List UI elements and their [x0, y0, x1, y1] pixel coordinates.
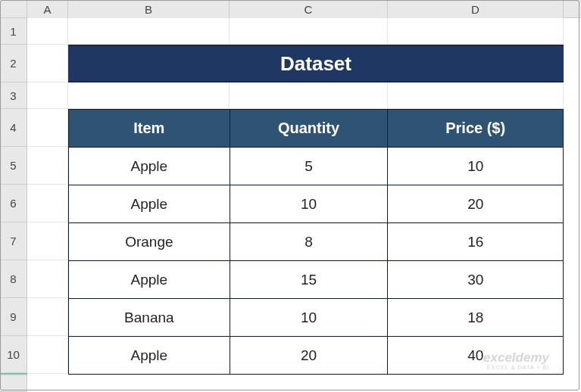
column-header-C[interactable]: C	[230, 0, 388, 18]
row-headers-column: 1 2 3 4 5 6 7 8 9 10	[0, 18, 27, 392]
cell-D3[interactable]	[388, 82, 564, 109]
table-row: Apple 5 10	[69, 148, 564, 185]
cell-quantity[interactable]: 10	[230, 299, 388, 337]
cell-A6[interactable]	[27, 185, 68, 222]
cell-price[interactable]: 20	[388, 185, 564, 223]
cell-A8[interactable]	[27, 260, 68, 298]
cell-A7[interactable]	[27, 222, 68, 260]
watermark-tagline: EXCEL & DATA + BI	[483, 365, 549, 371]
header-price[interactable]: Price ($)	[388, 110, 564, 148]
column-header-D[interactable]: D	[388, 0, 564, 18]
row-header-10[interactable]: 10	[0, 336, 27, 374]
cell-B3[interactable]	[68, 82, 230, 109]
cell-item[interactable]: Apple	[69, 337, 230, 375]
watermark-brand: exceldemy	[483, 351, 549, 365]
select-all-corner[interactable]	[0, 0, 27, 18]
cell-quantity[interactable]: 5	[230, 148, 388, 185]
row-header-2[interactable]: 2	[0, 45, 27, 82]
table-header-row: Item Quantity Price ($)	[69, 110, 564, 148]
table-row: Orange 8 16	[69, 223, 564, 261]
data-table: Item Quantity Price ($) Apple 5 10 Apple…	[68, 109, 564, 375]
spreadsheet: A B C D 1 2 3 4 5 6 7 8 9 10	[0, 0, 581, 392]
cell-item[interactable]: Orange	[69, 223, 230, 261]
row-header-3[interactable]: 3	[0, 82, 27, 109]
cell-A5[interactable]	[27, 147, 68, 185]
cell-D1[interactable]	[388, 18, 564, 45]
cell-A2[interactable]	[27, 45, 68, 82]
cell-quantity[interactable]: 8	[230, 223, 388, 261]
column-headers-row: A B C D	[0, 0, 581, 18]
header-item[interactable]: Item	[69, 110, 230, 148]
table-row: Banana 10 18	[69, 299, 564, 337]
cell-price[interactable]: 18	[388, 299, 564, 337]
row-header-8[interactable]: 8	[0, 260, 27, 298]
table-row: Apple 15 30	[69, 261, 564, 299]
cell-grid: Dataset Item Quantity Price ($) Apple 5 …	[27, 18, 581, 392]
row-header-9[interactable]: 9	[0, 298, 27, 336]
cell-A10[interactable]	[27, 336, 68, 374]
watermark: exceldemy EXCEL & DATA + BI	[483, 351, 549, 371]
cell-C1[interactable]	[230, 18, 388, 45]
cell-item[interactable]: Apple	[69, 185, 230, 223]
cell-quantity[interactable]: 15	[230, 261, 388, 299]
cell-C3[interactable]	[230, 82, 388, 109]
column-header-B[interactable]: B	[68, 0, 230, 18]
table-row: Apple 10 20	[69, 185, 564, 223]
row-header-7[interactable]: 7	[0, 222, 27, 260]
row-header-6[interactable]: 6	[0, 185, 27, 222]
cell-item[interactable]: Apple	[69, 148, 230, 185]
header-quantity[interactable]: Quantity	[230, 110, 388, 148]
cell-A9[interactable]	[27, 298, 68, 336]
cell-quantity[interactable]: 10	[230, 185, 388, 223]
row-header-11[interactable]	[0, 374, 27, 392]
cell-A1[interactable]	[27, 18, 68, 45]
column-header-A[interactable]: A	[27, 0, 68, 18]
row-header-4[interactable]: 4	[0, 109, 27, 147]
row-header-5[interactable]: 5	[0, 147, 27, 185]
cell-price[interactable]: 16	[388, 223, 564, 261]
cell-A3[interactable]	[27, 82, 68, 109]
cell-quantity[interactable]: 20	[230, 337, 388, 375]
cell-price[interactable]: 10	[388, 148, 564, 185]
row-header-1[interactable]: 1	[0, 18, 27, 45]
cell-item[interactable]: Banana	[69, 299, 230, 337]
cell-B1[interactable]	[68, 18, 230, 45]
cell-item[interactable]: Apple	[69, 261, 230, 299]
cell-price[interactable]: 30	[388, 261, 564, 299]
cell-A4[interactable]	[27, 109, 68, 147]
title-banner[interactable]: Dataset	[68, 45, 564, 82]
